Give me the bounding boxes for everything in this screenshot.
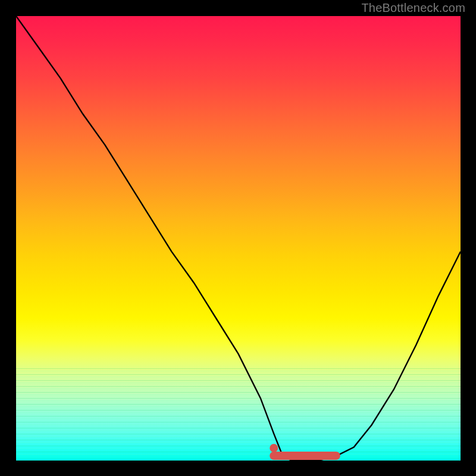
plot-area: [16, 16, 461, 461]
chart-svg: [16, 16, 461, 461]
watermark-text: TheBottleneck.com: [361, 1, 465, 15]
highlight-dot: [270, 444, 278, 452]
chart-frame: TheBottleneck.com: [0, 0, 476, 476]
curve-line: [16, 16, 461, 461]
